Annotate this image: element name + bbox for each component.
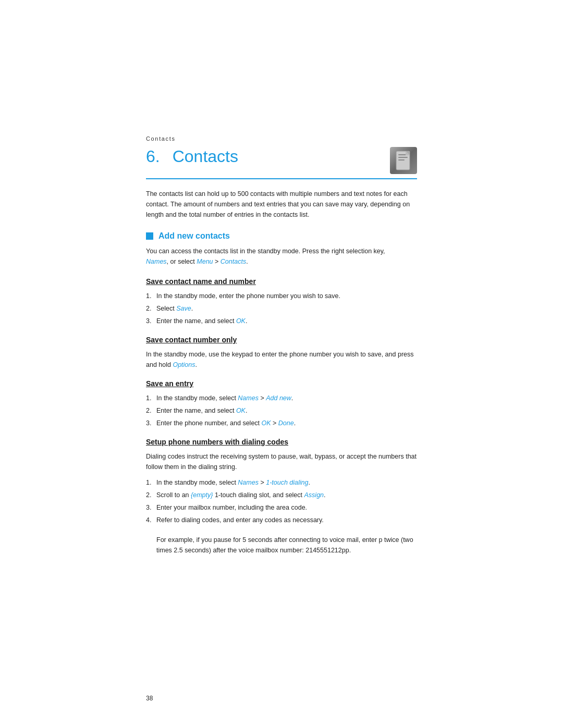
list-item: 2. Scroll to an {empty} 1-touch dialing … bbox=[146, 490, 417, 500]
list-item: 1. In the standby mode, select Names > A… bbox=[146, 393, 417, 403]
options-link[interactable]: Options bbox=[173, 361, 195, 368]
chapter-icon-inner bbox=[390, 147, 417, 174]
menu-link[interactable]: Menu bbox=[197, 258, 213, 265]
list-item: 3. Enter the name, and select OK. bbox=[146, 316, 417, 326]
save-link[interactable]: Save bbox=[176, 305, 191, 312]
blue-square-icon bbox=[146, 232, 153, 240]
ok-link-2[interactable]: OK bbox=[236, 407, 246, 414]
list-item: 1. In the standby mode, select Names > 1… bbox=[146, 477, 417, 488]
add-new-contacts-text: You can access the contacts list in the … bbox=[146, 246, 417, 267]
assign-link[interactable]: Assign bbox=[304, 491, 324, 499]
setup-phone-title: Setup phone numbers with dialing codes bbox=[146, 438, 417, 446]
chapter-header: 6. Contacts bbox=[146, 147, 417, 179]
empty-link[interactable]: {empty} bbox=[191, 491, 213, 499]
intro-text: The contacts list can hold up to 500 con… bbox=[146, 189, 417, 220]
names-link-2[interactable]: Names bbox=[238, 394, 259, 402]
list-item: 2. Select Save. bbox=[146, 303, 417, 314]
list-item: 3. Enter your mailbox number, including … bbox=[146, 502, 417, 513]
save-entry-title: Save an entry bbox=[146, 379, 417, 388]
contacts-link[interactable]: Contacts bbox=[221, 258, 246, 265]
list-item: 1. In the standby mode, enter the phone … bbox=[146, 291, 417, 301]
save-number-only-text: In the standby mode, use the keypad to e… bbox=[146, 349, 417, 370]
add-new-contacts-header: Add new contacts bbox=[146, 231, 417, 241]
svg-rect-4 bbox=[398, 159, 405, 161]
contacts-icon-svg bbox=[394, 150, 413, 171]
chapter-number: 6. bbox=[146, 147, 160, 166]
page-number: 38 bbox=[146, 695, 153, 702]
done-link[interactable]: Done bbox=[278, 419, 294, 427]
chapter-icon bbox=[390, 147, 417, 174]
list-item: 3. Enter the phone number, and select OK… bbox=[146, 418, 417, 428]
example-text: For example, if you pause for 5 seconds … bbox=[156, 535, 417, 556]
ok-link-3[interactable]: OK bbox=[262, 419, 271, 427]
save-entry-list: 1. In the standby mode, select Names > A… bbox=[146, 393, 417, 428]
1-touch-dialing-link[interactable]: 1-touch dialing bbox=[266, 479, 308, 486]
setup-phone-intro: Dialing codes instruct the receiving sys… bbox=[146, 451, 417, 472]
names-link-3[interactable]: Names bbox=[238, 479, 259, 486]
names-link-1[interactable]: Names bbox=[146, 258, 167, 265]
chapter-title: Contacts bbox=[173, 147, 238, 166]
save-contact-number-only-title: Save contact number only bbox=[146, 336, 417, 344]
svg-rect-3 bbox=[398, 157, 408, 158]
setup-phone-list: 1. In the standby mode, select Names > 1… bbox=[146, 477, 417, 525]
chapter-label: Contacts bbox=[146, 135, 417, 142]
page: Contacts 6. Contacts bbox=[0, 0, 563, 728]
add-new-link[interactable]: Add new bbox=[266, 394, 291, 402]
ok-link-1[interactable]: OK bbox=[236, 317, 246, 325]
add-new-contacts-title: Add new contacts bbox=[158, 231, 230, 241]
list-item: 2. Enter the name, and select OK. bbox=[146, 405, 417, 416]
content-area: Contacts 6. Contacts bbox=[0, 0, 563, 592]
list-item: 4. Refer to dialing codes, and enter any… bbox=[146, 515, 417, 525]
save-name-number-list: 1. In the standby mode, enter the phone … bbox=[146, 291, 417, 326]
save-contact-name-number-title: Save contact name and number bbox=[146, 277, 417, 286]
